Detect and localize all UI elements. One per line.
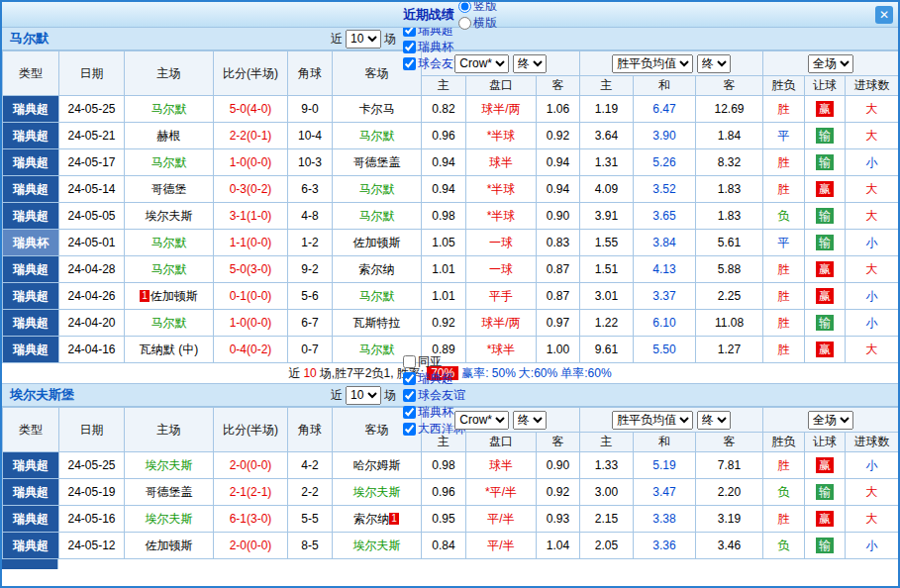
close-button[interactable]: ✕	[875, 6, 893, 24]
avg-draw-cell: 3.37	[634, 283, 696, 310]
away-team-cell: 马尔默	[333, 203, 422, 230]
score-cell: 2-1(2-1)	[214, 479, 288, 506]
filter-checkbox[interactable]	[403, 389, 416, 402]
view-option-label: 横版	[473, 15, 497, 32]
match-row: 瑞典超24-05-21赫根2-2(0-1)10-4马尔默0.96*半球0.923…	[3, 123, 899, 149]
avg-select[interactable]: 胜平负均值	[612, 411, 693, 430]
view-radio[interactable]	[458, 17, 471, 30]
sub-header: 进球数	[846, 433, 899, 452]
filter-checkbox[interactable]	[403, 57, 416, 70]
final-odds-select[interactable]: 终	[513, 411, 547, 430]
cover-badge: 赢	[816, 457, 834, 473]
filter-checkbox[interactable]	[403, 355, 416, 368]
team-label: 佐加顿斯	[353, 236, 401, 249]
filter-checkbox[interactable]	[403, 372, 416, 385]
view-option[interactable]: 竖版	[458, 0, 497, 15]
team-label: 埃尔夫斯	[353, 539, 401, 552]
cover-cell: 输	[805, 149, 846, 176]
match-count-select[interactable]: 10	[346, 386, 381, 405]
near-label: 近	[331, 31, 343, 48]
bookmaker-select[interactable]: Crow*	[454, 411, 509, 430]
filter-checkbox[interactable]	[403, 423, 416, 436]
team-label: 赫根	[157, 129, 181, 143]
cover-badge: 输	[816, 154, 834, 170]
home-team-cell: 瓦纳默 (中)	[125, 337, 214, 363]
match-row: 瑞典超24-04-261佐加顿斯0-1(0-0)5-6马尔默1.01平手0.87…	[3, 283, 899, 310]
score-cell: 2-0(0-0)	[214, 452, 288, 479]
league-cell: 瑞典杯	[3, 230, 59, 256]
corners-cell: 4-2	[288, 452, 333, 479]
odds-away-cell: 0.93	[537, 506, 580, 533]
view-option[interactable]: 横版	[458, 15, 497, 32]
col-header-type: 类型	[3, 51, 59, 96]
bookmaker-select[interactable]: Crow*	[454, 54, 509, 73]
filter-checkbox[interactable]	[403, 41, 416, 53]
avg-away-cell: 1.83	[696, 176, 763, 203]
home-team-cell: 马尔默	[125, 256, 214, 283]
odds-away-cell: 0.90	[537, 203, 580, 230]
avg-group-header: 胜平负均值 终	[580, 51, 763, 76]
big-rate: 大:60%	[519, 365, 557, 382]
score-cell: 6-1(3-0)	[214, 506, 288, 533]
results-table-malmo: 类型 日期 主场 比分(半场) 角球 客场 Crow* 终 胜平负均值 终 全场	[2, 50, 899, 363]
team-label: 佐加顿斯	[150, 289, 198, 303]
odds-home-cell: 0.94	[422, 176, 466, 203]
scope-select[interactable]: 全场	[808, 54, 853, 73]
cover-badge: 输	[816, 208, 834, 224]
match-count-select[interactable]: 10	[346, 30, 381, 49]
away-team-cell: 马尔默	[333, 123, 422, 149]
handicap-cell: 平/半	[466, 533, 537, 559]
team-label: 索尔纳	[353, 512, 389, 526]
filter-checkbox-option[interactable]: 同亚	[403, 353, 465, 370]
team-label: 佐加顿斯	[146, 539, 193, 552]
match-row: 瑞典超24-04-20马尔默1-0(0-0)6-7瓦斯特拉0.92球半/两0.9…	[3, 310, 899, 337]
result-cell: 负	[763, 203, 805, 230]
final-avg-select[interactable]: 终	[697, 411, 731, 430]
corners-cell: 0-7	[288, 337, 333, 363]
scope-select[interactable]: 全场	[808, 411, 853, 430]
sub-header: 胜负	[763, 76, 805, 96]
goals-cell: 小	[846, 310, 899, 337]
result-cell: 胜	[763, 452, 805, 479]
final-avg-select[interactable]: 终	[697, 54, 731, 73]
cover-cell: 输	[805, 533, 846, 559]
filter-checkbox-option[interactable]: 瑞典杯	[403, 39, 465, 55]
avg-select[interactable]: 胜平负均值	[612, 54, 693, 73]
goals-cell: 小	[846, 149, 899, 176]
result-cell: 负	[763, 479, 805, 506]
cover-badge: 赢	[816, 101, 834, 117]
goals-cell: 大	[846, 203, 899, 230]
page-title: 近期战绩	[403, 6, 454, 24]
league-cell	[2, 559, 58, 569]
odds-away-cell: 1.00	[537, 337, 580, 363]
odds-away-cell: 0.90	[537, 452, 580, 479]
avg-home-cell: 9.61	[580, 337, 634, 363]
result-cell: 胜	[763, 256, 805, 283]
away-team-cell: 瓦斯特拉	[333, 310, 422, 337]
team-label: 索尔纳	[359, 262, 395, 276]
away-team-cell: 埃尔夫斯	[333, 533, 422, 559]
scope-group-header: 全场	[763, 51, 899, 76]
goals-cell: 大	[846, 479, 899, 506]
red-card-icon: 1	[389, 513, 399, 525]
sub-header: 客	[696, 76, 763, 96]
filter-checkbox-option[interactable]: 瑞典超	[403, 370, 465, 387]
view-radio[interactable]	[458, 0, 471, 13]
cover-badge: 赢	[816, 261, 834, 277]
odds-away-cell: 0.92	[537, 123, 580, 149]
odds-home-cell: 0.84	[422, 533, 466, 559]
handicap-cell: *半球	[466, 176, 537, 203]
cover-cell: 输	[805, 203, 846, 230]
filter-checkbox[interactable]	[403, 406, 416, 419]
col-header-home: 主场	[125, 408, 214, 452]
final-odds-select[interactable]: 终	[513, 54, 547, 73]
single-rate: 单率:60%	[560, 365, 611, 382]
goals-cell: 小	[846, 230, 899, 256]
home-team-cell: 赫根	[125, 123, 214, 149]
result-cell: 胜	[763, 176, 805, 203]
odds-away-cell: 0.87	[537, 283, 580, 310]
filter-checkbox-option[interactable]: 球会友谊	[403, 387, 465, 404]
away-team-cell: 哥德堡盖	[333, 149, 422, 176]
home-team-cell: 哥德堡	[125, 176, 214, 203]
score-cell: 0-4(0-2)	[214, 337, 288, 363]
